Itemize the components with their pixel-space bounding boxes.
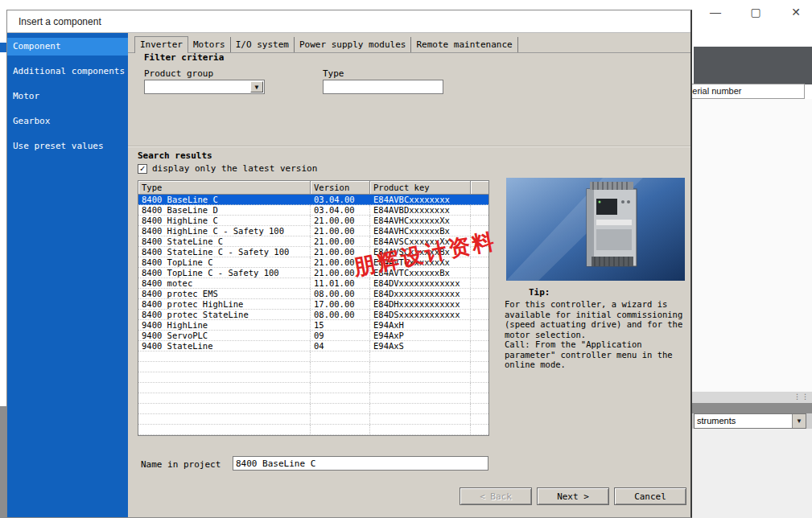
table-cell-empty xyxy=(311,362,370,372)
table-cell: 8400 motec xyxy=(138,278,311,288)
table-cell: E84DSxxxxxxxxxxxx xyxy=(370,310,471,319)
table-cell-empty xyxy=(370,362,471,372)
table-cell-empty xyxy=(471,404,488,413)
table-cell-empty xyxy=(471,362,488,372)
table-row[interactable]: 8400 protec EMS08.00.00E84Dxxxxxxxxxxxxx xyxy=(138,289,488,299)
table-cell: 04 xyxy=(311,341,370,351)
table-cell: 8400 StateLine C xyxy=(138,236,311,246)
table-row[interactable]: 8400 BaseLine D03.04.00E84AVBDxxxxxxxx xyxy=(138,205,488,216)
tab-i-o-system[interactable]: I/O system xyxy=(231,37,295,52)
maximize-icon[interactable]: ▢ xyxy=(744,3,767,21)
product-group-dropdown[interactable]: ▼ xyxy=(144,80,265,94)
table-cell-empty xyxy=(471,383,488,393)
cancel-button[interactable]: Cancel xyxy=(614,487,686,505)
sidebar-item-use-preset-values[interactable]: Use preset values xyxy=(7,138,128,155)
table-cell: 9400 StateLine xyxy=(138,341,311,351)
table-cell: 9400 HighLine xyxy=(138,320,311,330)
table-cell-empty xyxy=(311,372,370,382)
dialog-buttons: < BackNext >Cancel xyxy=(460,487,686,505)
product-group-label: Product group xyxy=(144,68,213,79)
table-cell-empty xyxy=(138,414,311,424)
chevron-down-icon[interactable]: ▼ xyxy=(250,81,263,92)
dialog-content: InverterMotorsI/O systemPower supply mod… xyxy=(128,33,690,517)
table-cell: 8400 protec StateLine xyxy=(138,310,311,319)
table-row-empty xyxy=(138,383,488,393)
table-cell: 03.04.00 xyxy=(311,195,370,204)
table-cell: 21.00.00 xyxy=(311,216,370,225)
minimize-icon[interactable]: — xyxy=(704,3,727,21)
table-row[interactable]: 8400 protec HighLine17.00.00E84DHxxxxxxx… xyxy=(138,299,488,310)
table-cell-empty xyxy=(311,414,370,424)
table-cell-empty xyxy=(370,372,471,382)
table-cell-empty xyxy=(370,383,471,393)
sidebar-item-component[interactable]: Component xyxy=(7,38,128,56)
table-cell-empty xyxy=(471,425,488,434)
table-cell: 08.00.00 xyxy=(311,289,370,298)
close-icon[interactable]: ✕ xyxy=(785,3,807,21)
table-cell: 9400 ServoPLC xyxy=(138,331,311,340)
latest-version-checkbox[interactable]: ✓ display only the latest version xyxy=(138,163,317,174)
table-cell xyxy=(471,331,488,340)
sidebar-item-additional-components[interactable]: Additional components xyxy=(7,63,128,80)
table-cell: E84AVHCxxxxxxXx xyxy=(370,216,471,225)
tab-inverter[interactable]: Inverter xyxy=(134,36,188,53)
table-cell: 17.00.00 xyxy=(311,299,370,309)
table-cell-empty xyxy=(138,425,311,434)
chevron-down-icon[interactable]: ▼ xyxy=(792,414,806,428)
table-cell xyxy=(471,299,488,309)
search-results-heading: Search results xyxy=(138,150,212,161)
table-cell xyxy=(471,195,488,204)
tab-remote-maintenance[interactable]: Remote maintenance xyxy=(411,37,517,52)
table-row[interactable]: 8400 HighLine C21.00.00E84AVHCxxxxxxXx xyxy=(138,216,488,226)
table-cell: 8400 HighLine C - Safety 100 xyxy=(138,226,311,236)
column-header-product-key[interactable]: Product key xyxy=(370,181,471,195)
section-divider xyxy=(128,146,690,147)
name-in-project-input[interactable] xyxy=(233,456,488,471)
table-cell xyxy=(471,320,488,330)
table-row[interactable]: 8400 protec StateLine08.00.00E84DSxxxxxx… xyxy=(138,310,488,320)
table-cell-empty xyxy=(311,404,370,413)
table-cell-empty xyxy=(138,404,311,413)
tip-text: For this controller, a wizard is availab… xyxy=(505,299,696,370)
sidebar-item-gearbox[interactable]: Gearbox xyxy=(7,113,128,130)
back-button[interactable]: < Back xyxy=(460,487,532,505)
dialog-titlebar[interactable]: Insert a component xyxy=(7,10,690,33)
background-dropdown[interactable]: struments ▼ xyxy=(694,413,806,429)
table-cell-empty xyxy=(471,372,488,382)
column-header-type[interactable]: Type xyxy=(138,181,311,195)
table-cell xyxy=(471,205,488,215)
table-row[interactable]: 8400 BaseLine C03.04.00E84AVBCxxxxxxxx xyxy=(138,195,488,205)
resize-grip-icon[interactable]: ⋮⋮ xyxy=(793,393,810,401)
table-row[interactable]: 8400 TopLine C - Safety 10021.00.00E84AV… xyxy=(138,268,488,278)
table-cell: 8400 HighLine C xyxy=(138,216,311,225)
table-row[interactable]: 8400 HighLine C - Safety 10021.00.00E84A… xyxy=(138,226,488,236)
table-cell-empty xyxy=(370,414,471,424)
column-header-extra[interactable] xyxy=(471,181,488,195)
table-cell-empty xyxy=(311,393,370,403)
tab-power-supply-modules[interactable]: Power supply modules xyxy=(295,37,411,52)
table-row[interactable]: 9400 ServoPLC09E94AxP xyxy=(138,331,488,341)
table-cell-empty xyxy=(138,383,311,393)
table-cell: 03.04.00 xyxy=(311,205,370,215)
background-left-strip xyxy=(0,406,6,518)
checkbox-check-icon[interactable]: ✓ xyxy=(138,164,147,174)
table-row[interactable]: 9400 StateLine04E94AxS xyxy=(138,341,488,352)
table-cell: 21.00.00 xyxy=(311,236,370,246)
background-combo-row: struments ▼ xyxy=(692,413,812,429)
next-button[interactable]: Next > xyxy=(537,487,609,505)
table-cell xyxy=(471,341,488,351)
table-row[interactable]: 9400 HighLine15E94AxH xyxy=(138,320,488,331)
table-cell: 21.00.00 xyxy=(311,226,370,236)
table-cell: 8400 StateLine C - Safety 100 xyxy=(138,247,311,257)
table-row-empty xyxy=(138,404,488,414)
tab-motors[interactable]: Motors xyxy=(188,37,231,52)
table-cell: 08.00.00 xyxy=(311,310,370,319)
type-input[interactable] xyxy=(323,80,443,94)
serial-number-column-header[interactable]: Serial number xyxy=(681,84,805,99)
column-header-version[interactable]: Version xyxy=(311,181,370,195)
table-cell-empty xyxy=(138,393,311,403)
sidebar-item-motor[interactable]: Motor xyxy=(7,88,128,105)
table-row[interactable]: 8400 motec11.01.00E84DVxxxxxxxxxxxx xyxy=(138,278,488,289)
table-cell: 8400 BaseLine D xyxy=(138,205,311,215)
table-cell-empty xyxy=(138,352,311,361)
